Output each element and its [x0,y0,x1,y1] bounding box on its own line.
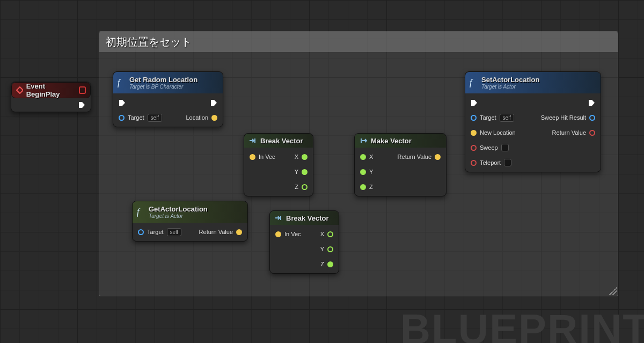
pin-label: Sweep Hit Result [541,114,586,121]
break-icon [248,136,257,145]
newlocation-pin[interactable] [471,130,477,136]
target-pin[interactable] [119,115,125,121]
node-subtitle: Target is Actor [149,213,242,219]
svg-marker-5 [589,100,595,106]
z-in-pin[interactable] [360,184,366,190]
svg-marker-3 [211,100,217,106]
node-title: GetActorLocation [149,205,242,213]
svg-marker-0 [17,87,23,93]
node-title: Break Vector [260,137,308,145]
x-pin[interactable] [302,154,308,160]
target-pin[interactable] [471,115,477,121]
exec-out-pin[interactable] [588,99,595,106]
self-badge: self [500,114,515,122]
svg-marker-4 [471,100,477,106]
exec-in-pin[interactable] [119,99,126,106]
pin-label: Sweep [480,144,498,151]
y-pin[interactable] [327,246,333,252]
z-pin[interactable] [327,261,333,267]
pin-label: Teleport [480,159,501,166]
blueprint-watermark: BLUEPRINT [400,305,644,343]
pin-label: New Location [480,129,516,136]
pin-label: Location [186,114,208,121]
pin-label: In Vec [284,231,301,237]
target-pin[interactable] [138,229,144,235]
pin-label: Return Value [398,154,431,160]
node-title: Break Vector [286,214,333,222]
invec-pin[interactable] [250,154,255,160]
exec-out-pin[interactable] [210,99,217,106]
teleport-checkbox[interactable] [504,159,511,166]
self-badge: self [148,114,163,122]
pin-label: Return Value [199,229,233,235]
node-subtitle: Target is Actor [481,84,595,90]
location-pin[interactable] [211,115,217,121]
node-subtitle: Target is BP Character [129,84,217,90]
function-icon: f [470,78,472,87]
break-icon [274,214,283,222]
node-break-vector-2[interactable]: Break Vector In Vec X Y Z [269,210,339,274]
node-event-beginplay[interactable]: Event BeginPlay [11,82,91,112]
comment-title[interactable]: 初期位置をセット [99,32,618,52]
return-pin[interactable] [236,229,242,235]
pin-label: Y [369,169,373,175]
node-break-vector-1[interactable]: Break Vector In Vec X Y Z [244,133,313,196]
pin-label: X [295,154,298,160]
node-get-actor-location[interactable]: f GetActorLocation Target is Actor Targe… [132,201,248,242]
pin-label: In Vec [259,154,275,160]
sweep-checkbox[interactable] [501,144,509,151]
sweep-pin[interactable] [471,145,477,151]
make-icon [359,136,368,145]
invec-pin[interactable] [275,231,281,237]
exec-out-pin[interactable] [78,101,85,108]
delegate-pin-icon[interactable] [79,86,86,94]
svg-marker-2 [119,100,125,106]
pin-label: Target [480,114,496,121]
return-pin[interactable] [589,130,595,136]
pin-label: Z [320,261,324,267]
self-badge: self [167,228,182,236]
exec-in-pin[interactable] [471,99,478,106]
svg-marker-1 [79,102,85,108]
sweephit-pin[interactable] [589,115,595,121]
node-title: Event BeginPlay [26,82,76,98]
x-pin[interactable] [327,231,333,237]
x-in-pin[interactable] [360,154,366,160]
node-set-actor-location[interactable]: f SetActorLocation Target is Actor Targe… [465,71,601,172]
node-title: Make Vector [371,137,441,145]
node-title: Get Radom Location [129,76,217,84]
pin-label: Return Value [552,129,586,136]
pin-label: Y [295,169,298,175]
y-in-pin[interactable] [360,169,366,175]
pin-label: X [369,154,373,160]
function-icon: f [137,207,139,217]
pin-label: X [320,231,324,237]
function-icon: f [118,78,120,87]
resize-handle-icon[interactable] [609,287,617,295]
return-pin[interactable] [435,154,441,160]
pin-label: Y [320,246,324,252]
node-get-random-location[interactable]: f Get Radom Location Target is BP Charac… [113,71,223,127]
pin-label: Target [128,114,144,121]
teleport-pin[interactable] [471,160,477,166]
y-pin[interactable] [302,169,308,175]
z-pin[interactable] [302,184,308,190]
node-title: SetActorLocation [481,76,595,84]
pin-label: Z [295,184,298,190]
pin-label: Z [369,184,373,190]
event-icon [16,86,23,94]
pin-label: Target [147,229,164,235]
node-make-vector[interactable]: Make Vector X Y Z Return Value [354,133,447,196]
